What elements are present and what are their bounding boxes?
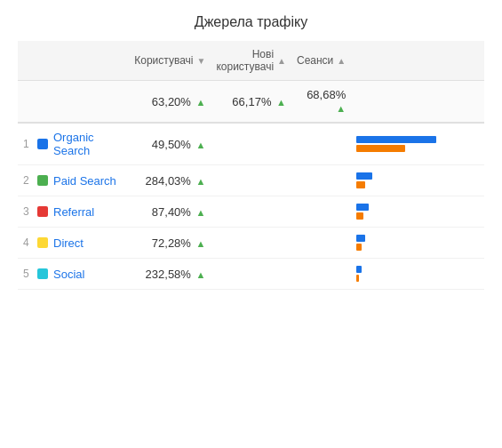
row-name-cell: 3 Referral bbox=[18, 196, 129, 228]
bar-orange bbox=[356, 244, 362, 251]
row-users: 49,50% ▲ bbox=[129, 123, 211, 165]
bar-orange bbox=[356, 275, 359, 282]
bar-blue bbox=[356, 266, 362, 273]
row-name-cell: 1 Organic Search bbox=[18, 123, 129, 165]
row-users: 284,03% ▲ bbox=[129, 165, 211, 196]
row-bar-cell bbox=[351, 196, 484, 228]
table-row: 3 Referral 87,40% ▲ bbox=[18, 196, 484, 228]
sort-icon-sessions: ▲ bbox=[337, 56, 346, 66]
summary-new-users-arrow: ▲ bbox=[276, 97, 286, 108]
bar-container bbox=[356, 266, 479, 282]
summary-users: 63,20% ▲ bbox=[129, 81, 211, 124]
row-bar-cell bbox=[351, 165, 484, 196]
row-new-users bbox=[211, 196, 291, 228]
row-users: 232,58% ▲ bbox=[129, 259, 211, 290]
traffic-sources-widget: Джерела трафіку Користувачі ▼ Нові корис… bbox=[0, 0, 502, 304]
row-users-val: 72,28% bbox=[152, 236, 191, 250]
summary-sessions-arrow: ▲ bbox=[336, 103, 346, 114]
row-name-cell: 5 Social bbox=[18, 259, 129, 290]
row-color-indicator bbox=[37, 237, 48, 248]
row-name-cell: 2 Paid Search bbox=[18, 165, 129, 196]
bar-orange bbox=[356, 212, 363, 220]
table-row: 2 Paid Search 284,03% ▲ bbox=[18, 165, 484, 196]
row-users: 72,28% ▲ bbox=[129, 228, 211, 259]
row-number: 2 bbox=[23, 174, 32, 187]
bar-blue bbox=[356, 204, 369, 211]
row-sessions bbox=[291, 165, 351, 196]
summary-row: 63,20% ▲ 66,17% ▲ 68,68% ▲ bbox=[18, 81, 484, 124]
widget-title: Джерела трафіку bbox=[18, 14, 484, 30]
row-users-arrow: ▲ bbox=[196, 176, 206, 187]
row-label[interactable]: Paid Search bbox=[53, 174, 116, 188]
row-new-users bbox=[211, 123, 291, 165]
row-number: 4 bbox=[23, 236, 32, 249]
row-users-arrow: ▲ bbox=[196, 207, 206, 218]
row-users-arrow: ▲ bbox=[196, 238, 206, 249]
bar-blue bbox=[356, 136, 436, 143]
row-number: 5 bbox=[23, 268, 32, 280]
sort-icon-users: ▼ bbox=[197, 56, 206, 66]
row-name-cell: 4 Direct bbox=[18, 228, 129, 259]
row-bar-cell bbox=[351, 259, 484, 290]
row-new-users bbox=[211, 259, 291, 290]
row-users: 87,40% ▲ bbox=[129, 196, 211, 228]
bar-blue bbox=[356, 235, 365, 242]
bar-orange bbox=[356, 181, 365, 188]
table-header-row: Користувачі ▼ Нові користувачі ▲ Сеанси … bbox=[18, 41, 484, 81]
table-row: 5 Social 232,58% ▲ bbox=[18, 259, 484, 290]
row-label[interactable]: Direct bbox=[53, 236, 84, 250]
row-color-indicator bbox=[37, 139, 48, 149]
row-bar-cell bbox=[351, 228, 484, 259]
row-bar-cell bbox=[351, 123, 484, 165]
row-sessions bbox=[291, 196, 351, 228]
row-color-indicator bbox=[37, 175, 48, 186]
col-header-bars bbox=[351, 41, 484, 81]
col-header-sessions[interactable]: Сеанси ▲ bbox=[291, 41, 351, 81]
summary-new-users: 66,17% ▲ bbox=[211, 81, 291, 124]
bar-container bbox=[356, 235, 479, 251]
summary-users-arrow: ▲ bbox=[196, 97, 206, 108]
traffic-table: Користувачі ▼ Нові користувачі ▲ Сеанси … bbox=[18, 41, 484, 290]
table-row: 4 Direct 72,28% ▲ bbox=[18, 228, 484, 259]
summary-bar bbox=[351, 81, 484, 124]
row-sessions bbox=[291, 259, 351, 290]
row-users-val: 284,03% bbox=[146, 174, 191, 188]
row-label[interactable]: Social bbox=[53, 268, 84, 281]
row-new-users bbox=[211, 165, 291, 196]
row-color-indicator bbox=[37, 268, 48, 279]
bar-orange bbox=[356, 145, 405, 152]
bar-blue bbox=[356, 172, 372, 180]
row-label[interactable]: Organic Search bbox=[53, 131, 124, 157]
row-users-val: 232,58% bbox=[146, 268, 191, 281]
table-row: 1 Organic Search 49,50% ▲ bbox=[18, 123, 484, 165]
row-color-indicator bbox=[37, 206, 48, 217]
row-number: 1 bbox=[23, 138, 32, 150]
col-header-new-users[interactable]: Нові користувачі ▲ bbox=[211, 41, 291, 81]
row-users-val: 49,50% bbox=[152, 138, 191, 151]
bar-container bbox=[356, 204, 479, 220]
bar-container bbox=[356, 172, 479, 188]
row-new-users bbox=[211, 228, 291, 259]
sort-icon-new-users: ▲ bbox=[277, 56, 286, 66]
row-users-arrow: ▲ bbox=[196, 269, 206, 280]
col-header-name bbox=[18, 41, 129, 81]
summary-sessions: 68,68% ▲ bbox=[291, 81, 351, 124]
summary-name bbox=[18, 81, 129, 124]
row-sessions bbox=[291, 228, 351, 259]
row-label[interactable]: Referral bbox=[53, 205, 94, 219]
row-users-val: 87,40% bbox=[152, 205, 191, 219]
row-number: 3 bbox=[23, 205, 32, 218]
bar-container bbox=[356, 136, 479, 152]
row-sessions bbox=[291, 123, 351, 165]
col-header-users[interactable]: Користувачі ▼ bbox=[129, 41, 211, 81]
row-users-arrow: ▲ bbox=[196, 140, 206, 150]
